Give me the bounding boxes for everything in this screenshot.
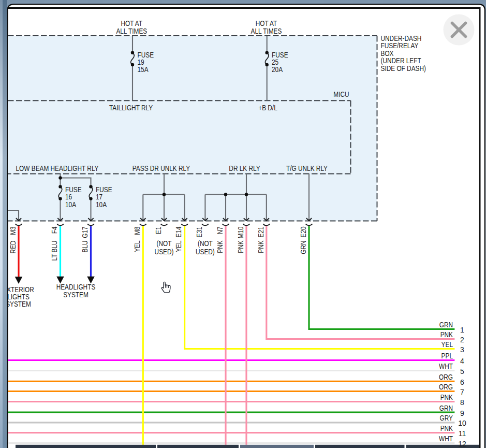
svg-text:HOT AT: HOT AT bbox=[256, 19, 277, 27]
svg-text:ORG: ORG bbox=[439, 383, 453, 391]
svg-text:(NOT: (NOT bbox=[198, 239, 213, 248]
svg-text:BLU: BLU bbox=[81, 240, 89, 252]
svg-text:20A: 20A bbox=[272, 65, 283, 74]
svg-text:PNK: PNK bbox=[440, 393, 453, 401]
svg-text:9: 9 bbox=[460, 409, 464, 417]
svg-text:M8: M8 bbox=[133, 226, 141, 235]
svg-text:SIDE OF DASH): SIDE OF DASH) bbox=[381, 64, 426, 73]
svg-text:PPL: PPL bbox=[441, 352, 453, 360]
svg-text:3: 3 bbox=[460, 345, 464, 354]
svg-text:N7: N7 bbox=[216, 226, 224, 234]
svg-text:10A: 10A bbox=[65, 200, 77, 209]
svg-text:12: 12 bbox=[458, 440, 466, 448]
svg-text:LOW BEAM HEADLIGHT RLY: LOW BEAM HEADLIGHT RLY bbox=[16, 164, 99, 172]
svg-text:11: 11 bbox=[459, 429, 466, 438]
svg-text:USED): USED) bbox=[155, 248, 174, 256]
svg-text:10: 10 bbox=[458, 419, 466, 427]
svg-text:FUSE: FUSE bbox=[96, 185, 112, 194]
svg-text:PNK: PNK bbox=[440, 330, 453, 339]
svg-text:M10: M10 bbox=[237, 226, 245, 238]
svg-text:WHT: WHT bbox=[439, 435, 453, 443]
svg-text:ALL TIMES: ALL TIMES bbox=[251, 27, 282, 35]
svg-text:6: 6 bbox=[460, 378, 464, 386]
svg-text:ALL TIMES: ALL TIMES bbox=[116, 27, 147, 35]
svg-text:8: 8 bbox=[460, 398, 464, 407]
svg-text:FUSE: FUSE bbox=[65, 185, 82, 194]
svg-text:+B D/L: +B D/L bbox=[258, 104, 277, 112]
svg-text:PNK: PNK bbox=[237, 240, 245, 253]
svg-text:WHT: WHT bbox=[439, 362, 453, 370]
svg-text:YEL: YEL bbox=[441, 340, 453, 349]
svg-text:1: 1 bbox=[460, 326, 464, 334]
svg-text:ORG: ORG bbox=[439, 373, 453, 381]
svg-text:TAILLIGHT RLY: TAILLIGHT RLY bbox=[109, 104, 153, 112]
svg-text:HEADLIGHTS: HEADLIGHTS bbox=[56, 283, 96, 291]
svg-text:PNK: PNK bbox=[216, 240, 224, 253]
svg-text:HOT AT: HOT AT bbox=[121, 19, 143, 27]
svg-text:15A: 15A bbox=[138, 65, 149, 74]
svg-text:2: 2 bbox=[460, 336, 464, 344]
svg-text:7: 7 bbox=[460, 388, 464, 396]
svg-text:GRN: GRN bbox=[299, 240, 307, 254]
svg-text:5: 5 bbox=[460, 367, 464, 375]
svg-text:G17: G17 bbox=[81, 226, 89, 238]
svg-text:RED: RED bbox=[9, 240, 17, 253]
svg-text:SYSTEM: SYSTEM bbox=[6, 300, 31, 308]
svg-text:E1: E1 bbox=[154, 226, 163, 234]
svg-text:SYSTEM: SYSTEM bbox=[63, 291, 89, 299]
svg-text:E31: E31 bbox=[195, 226, 203, 237]
svg-text:T/G UNLK RLY: T/G UNLK RLY bbox=[286, 164, 328, 172]
svg-text:PNK: PNK bbox=[440, 424, 453, 432]
svg-text:4: 4 bbox=[460, 357, 464, 365]
svg-text:(NOT: (NOT bbox=[157, 239, 172, 248]
svg-text:E20: E20 bbox=[299, 226, 307, 237]
svg-text:GRN: GRN bbox=[439, 404, 453, 412]
svg-text:E14: E14 bbox=[174, 226, 183, 237]
svg-text:GRN: GRN bbox=[439, 321, 453, 329]
svg-text:PNK: PNK bbox=[257, 240, 265, 253]
svg-text:10A: 10A bbox=[96, 200, 107, 209]
svg-text:GRY: GRY bbox=[440, 414, 453, 422]
svg-text:YEL: YEL bbox=[133, 240, 141, 252]
svg-text:USED): USED) bbox=[196, 248, 215, 256]
svg-text:16: 16 bbox=[65, 193, 72, 201]
svg-text:F4: F4 bbox=[50, 226, 58, 234]
svg-text:PASS DR UNLK RLY: PASS DR UNLK RLY bbox=[132, 164, 190, 172]
svg-text:E21: E21 bbox=[257, 226, 265, 237]
svg-text:LT BLU: LT BLU bbox=[50, 240, 58, 261]
svg-text:17: 17 bbox=[96, 193, 102, 201]
svg-text:MICU: MICU bbox=[333, 90, 349, 98]
svg-text:M3: M3 bbox=[9, 226, 17, 235]
svg-text:YEL: YEL bbox=[174, 240, 183, 252]
svg-text:DR LK RLY: DR LK RLY bbox=[229, 164, 260, 172]
